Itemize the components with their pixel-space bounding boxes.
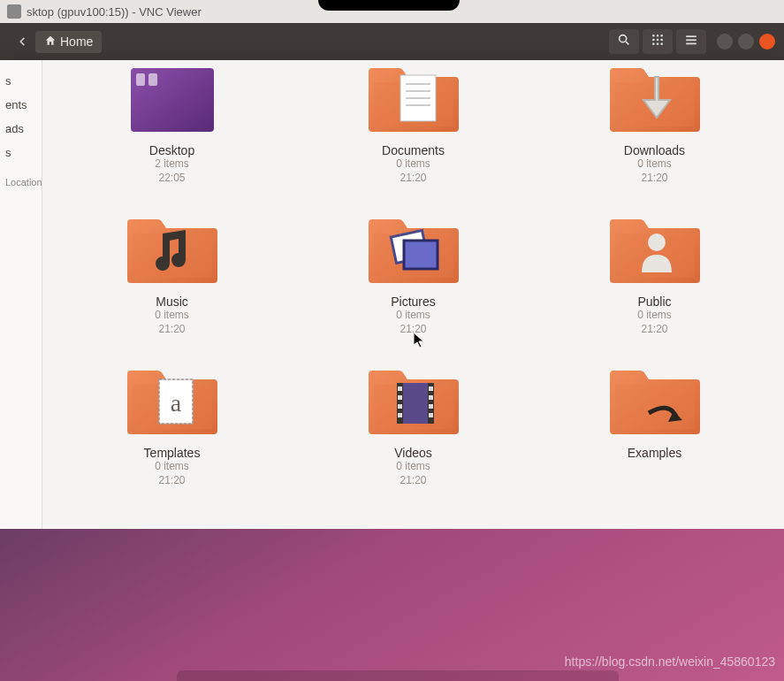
svg-rect-9 [657,43,658,45]
svg-rect-6 [657,39,658,41]
svg-rect-12 [686,39,696,41]
menu-icon [685,34,697,50]
sidebar-item[interactable]: s [5,69,36,93]
grid-icon [651,34,664,50]
documents-folder-icon [361,60,467,140]
folder-documents[interactable]: Documents0 items21:20 [343,60,484,185]
svg-rect-13 [686,43,696,45]
search-icon [617,33,631,50]
home-icon [44,34,57,50]
sidebar-item[interactable]: ads [5,117,36,141]
list-view-button[interactable] [676,29,706,54]
folder-videos[interactable]: Videos0 items21:20 [343,363,484,487]
folder-label: Music [156,295,188,309]
svg-rect-27 [404,241,438,269]
desktop-folder-icon [119,60,225,140]
file-manager-body: s ents ads s Locations Desktop2 items22:… [0,60,784,529]
folder-item-count: 0 items [155,309,189,323]
svg-rect-2 [652,34,654,36]
templates-folder-icon: a [119,363,225,442]
folder-item-count: 2 items [155,157,189,172]
svg-rect-39 [398,395,402,400]
folder-public[interactable]: Public0 items21:20 [584,211,726,336]
svg-rect-7 [661,39,663,41]
file-manager-toolbar: Home [0,23,784,60]
folder-label: Examples [628,446,681,460]
folder-timestamp: 21:20 [158,474,185,488]
watermark-text: https://blog.csdn.net/weixin_45860123 [565,654,775,669]
close-button[interactable] [759,34,775,50]
svg-rect-44 [429,404,433,409]
folder-label: Downloads [624,143,685,157]
folder-label: Pictures [391,295,436,309]
back-button[interactable] [14,34,30,50]
sidebar-heading: Locations [5,165,36,193]
folder-label: Public [637,295,671,309]
svg-rect-15 [136,73,145,86]
folder-view[interactable]: Desktop2 items22:05 Documents0 items21:2… [42,60,784,529]
sidebar-item[interactable]: s [5,141,36,165]
dock[interactable] [177,670,619,681]
svg-point-0 [620,35,627,42]
folder-timestamp: 21:20 [400,172,426,186]
breadcrumb-home[interactable]: Home [35,31,102,53]
folder-label: Videos [394,446,432,460]
physical-notch [318,0,460,11]
folder-desktop[interactable]: Desktop2 items22:05 [102,60,243,185]
breadcrumb-label: Home [60,34,93,49]
folder-item-count: 0 items [155,460,189,474]
folder-timestamp: 21:20 [158,323,185,337]
svg-point-29 [648,233,666,251]
music-folder-icon [119,211,225,291]
folder-timestamp: 21:20 [400,323,426,337]
examples-folder-icon [602,363,708,442]
svg-rect-24 [133,233,212,278]
svg-rect-43 [429,395,433,400]
folder-item-count: 0 items [637,157,672,172]
folder-item-count: 0 items [396,309,430,323]
pictures-folder-icon [361,211,467,291]
folder-item-count: 0 items [396,460,430,474]
folder-templates[interactable]: a Templates0 items21:20 [102,363,243,487]
maximize-button[interactable] [738,34,754,50]
folder-music[interactable]: Music0 items21:20 [102,211,243,336]
svg-text:a: a [170,389,181,417]
svg-rect-11 [686,35,696,37]
svg-rect-3 [657,34,658,36]
folder-item-count: 0 items [637,309,672,323]
folder-downloads[interactable]: Downloads0 items21:20 [584,60,726,185]
app-icon [7,4,21,19]
svg-line-1 [626,42,628,44]
folder-pictures[interactable]: Pictures0 items21:20 [343,211,484,336]
svg-rect-45 [429,413,433,417]
svg-rect-8 [652,43,654,45]
folder-examples[interactable]: Examples [584,363,726,487]
folder-timestamp: 22:05 [158,172,185,186]
folder-timestamp: 21:20 [641,323,667,337]
downloads-folder-icon [602,60,708,140]
folder-label: Desktop [149,143,194,157]
folder-item-count: 0 items [396,157,430,172]
svg-rect-41 [398,413,402,417]
sidebar: s ents ads s Locations [0,60,42,529]
folder-timestamp: 21:20 [400,474,426,488]
folder-label: Templates [144,446,201,460]
videos-folder-icon [361,363,467,442]
grid-view-button[interactable] [643,29,673,54]
sidebar-item[interactable]: ents [5,93,36,117]
public-folder-icon [602,211,708,291]
minimize-button[interactable] [717,34,733,50]
svg-rect-16 [148,73,157,86]
search-button[interactable] [609,29,639,54]
svg-rect-10 [661,43,663,45]
svg-rect-4 [661,34,663,36]
svg-rect-38 [398,386,402,391]
svg-rect-42 [429,386,433,391]
svg-rect-5 [652,39,654,41]
window-controls [717,34,775,50]
window-title: sktop (gpuv100:15)) - VNC Viewer [27,5,202,19]
folder-timestamp: 21:20 [641,172,667,186]
folder-label: Documents [382,143,445,157]
svg-rect-46 [615,385,695,429]
svg-rect-40 [398,404,402,409]
